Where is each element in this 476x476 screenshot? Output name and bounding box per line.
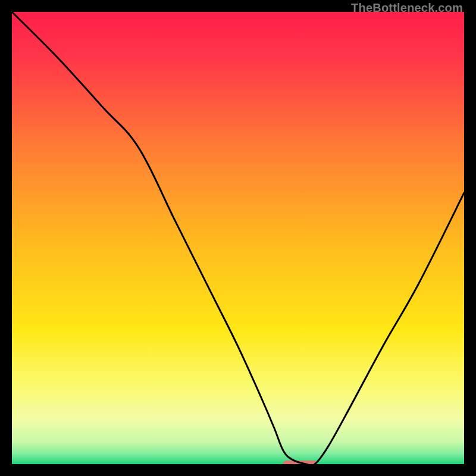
watermark-text: TheBottleneck.com bbox=[351, 1, 463, 15]
chart-frame: TheBottleneck.com bbox=[0, 0, 476, 476]
plot-area bbox=[12, 12, 464, 464]
bottleneck-curve bbox=[12, 12, 464, 464]
